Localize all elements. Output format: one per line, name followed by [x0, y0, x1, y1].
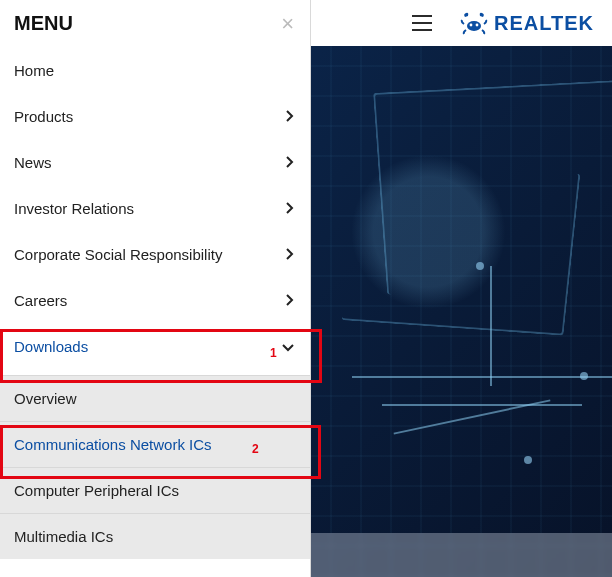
- annotation-number-2: 2: [252, 442, 259, 456]
- annotation-number-1: 1: [270, 346, 277, 360]
- menu-list: Home Products News Investor Relations Co…: [0, 47, 310, 369]
- menu-item-home[interactable]: Home: [0, 47, 310, 93]
- side-menu-panel: MENU × Home Products News Investor Relat…: [0, 0, 311, 577]
- brand-name: REALTEK: [494, 12, 594, 35]
- submenu-item-label: Computer Peripheral ICs: [14, 482, 179, 499]
- menu-item-label: Home: [14, 62, 54, 79]
- menu-item-label: News: [14, 154, 52, 171]
- menu-item-label: Careers: [14, 292, 67, 309]
- submenu-item-multimedia-ics[interactable]: Multimedia ICs: [0, 513, 310, 559]
- chevron-down-icon: [282, 338, 294, 355]
- menu-item-label: Investor Relations: [14, 200, 134, 217]
- menu-item-investor-relations[interactable]: Investor Relations: [0, 185, 310, 231]
- submenu-item-overview[interactable]: Overview: [0, 375, 310, 421]
- menu-title: MENU: [14, 12, 73, 35]
- menu-item-csr[interactable]: Corporate Social Responsibility: [0, 231, 310, 277]
- svg-point-1: [470, 24, 473, 27]
- submenu-item-comm-network-ics[interactable]: Communications Network ICs: [0, 421, 310, 467]
- chevron-right-icon: [284, 200, 294, 217]
- submenu-item-label: Communications Network ICs: [14, 436, 212, 453]
- close-icon[interactable]: ×: [281, 13, 294, 35]
- downloads-submenu: Overview Communications Network ICs Comp…: [0, 375, 310, 559]
- submenu-item-computer-peripheral-ics[interactable]: Computer Peripheral ICs: [0, 467, 310, 513]
- menu-item-label: Corporate Social Responsibility: [14, 246, 222, 263]
- realtek-crab-icon: [460, 11, 488, 35]
- svg-point-0: [467, 21, 481, 31]
- brand-logo[interactable]: REALTEK: [460, 11, 594, 35]
- submenu-item-label: Overview: [14, 390, 77, 407]
- chevron-right-icon: [284, 108, 294, 125]
- svg-point-2: [476, 24, 479, 27]
- chevron-right-icon: [284, 154, 294, 171]
- menu-item-careers[interactable]: Careers: [0, 277, 310, 323]
- menu-item-news[interactable]: News: [0, 139, 310, 185]
- chevron-right-icon: [284, 292, 294, 309]
- menu-item-downloads[interactable]: Downloads: [0, 323, 310, 369]
- hamburger-icon[interactable]: [412, 15, 432, 31]
- chevron-right-icon: [284, 246, 294, 263]
- menu-item-label: Downloads: [14, 338, 88, 355]
- submenu-item-label: Multimedia ICs: [14, 528, 113, 545]
- menu-item-label: Products: [14, 108, 73, 125]
- menu-item-products[interactable]: Products: [0, 93, 310, 139]
